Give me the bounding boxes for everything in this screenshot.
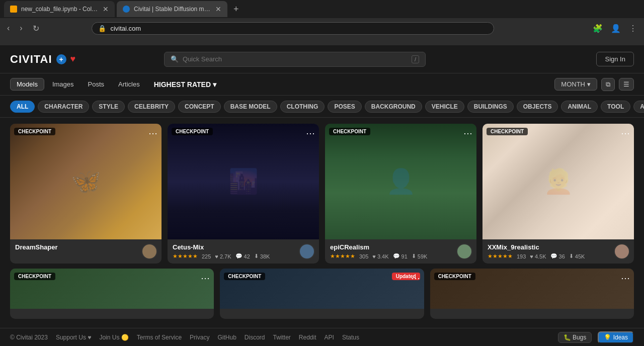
card-xxmix-avatar xyxy=(614,243,630,260)
extensions-button[interactable]: 🧩 xyxy=(590,22,606,35)
footer-terms[interactable]: Terms of Service xyxy=(137,334,182,341)
subnav-images[interactable]: Images xyxy=(46,78,80,90)
back-button[interactable]: ‹ xyxy=(4,22,13,35)
tab-1[interactable]: new_colab_file.ipynb - Collabora... ✕ xyxy=(4,1,115,17)
reload-button[interactable]: ↻ xyxy=(30,22,42,35)
card-epicrealism[interactable]: 👤 CHECKPOINT ⋯ epiCRealism ★★★★★ 305 ♥ 3… xyxy=(325,124,476,264)
bugs-button[interactable]: 🐛 Bugs xyxy=(558,332,592,343)
card-cetusmix-image: 🌆 xyxy=(168,124,319,239)
menu-button[interactable]: ⋮ xyxy=(626,22,640,35)
card-dreamshaper-footer: DreamShaper xyxy=(10,239,162,257)
logo-heart-icon[interactable]: ♥ xyxy=(70,54,76,64)
subnav-posts[interactable]: Posts xyxy=(82,78,111,90)
period-label: MONTH xyxy=(561,80,585,88)
layout-button[interactable]: ☰ xyxy=(619,78,634,91)
filter-clothing[interactable]: CLOTHING xyxy=(280,101,325,113)
footer-status[interactable]: Status xyxy=(342,334,359,341)
filter-tool[interactable]: TOOL xyxy=(601,101,630,113)
card-xxmix-menu[interactable]: ⋯ xyxy=(621,128,630,139)
filter-animal[interactable]: ANIMAL xyxy=(561,101,598,113)
card-cetusmix-downloads: ⬇ 38K xyxy=(254,253,270,260)
filter-objects[interactable]: OBJECTS xyxy=(517,101,558,113)
card-cetusmix[interactable]: 🌆 CHECKPOINT ⋯ Cetus-Mix ★★★★★ 225 ♥ 2.7… xyxy=(168,124,319,264)
footer: © Civitai 2023 Support Us ♥ Join Us 🟡 Te… xyxy=(0,328,644,346)
bottom-card-1-menu[interactable]: ⋯ xyxy=(201,273,210,284)
bottom-card-1[interactable]: CHECKPOINT ⋯ xyxy=(10,269,214,319)
search-input[interactable] xyxy=(183,55,408,63)
footer-join[interactable]: Join Us 🟡 xyxy=(99,334,128,341)
footer-twitter[interactable]: Twitter xyxy=(273,334,291,341)
filter-all[interactable]: ALL xyxy=(10,101,35,113)
card-xxmix-likes: ♥ 4.5K xyxy=(530,253,546,260)
bottom-card-3-menu[interactable]: ⋯ xyxy=(621,273,630,284)
filter-concept[interactable]: CONCEPT xyxy=(178,101,221,113)
search-bar[interactable]: 🔍 / xyxy=(164,52,426,67)
card-cetusmix-menu[interactable]: ⋯ xyxy=(306,128,315,139)
address-bar[interactable]: 🔒 civitai.com xyxy=(92,22,494,35)
card-epicrealism-image: 👤 xyxy=(325,124,476,239)
footer-discord[interactable]: Discord xyxy=(245,334,265,341)
filter-character[interactable]: CHARACTER xyxy=(38,101,89,113)
filter-base-model[interactable]: BASE MODEL xyxy=(224,101,277,113)
logo-plus-icon[interactable]: + xyxy=(56,54,66,64)
filter-action[interactable]: ACTION xyxy=(633,101,644,113)
card-cetusmix-title: Cetus-Mix xyxy=(173,243,314,251)
card-xxmix-title: XXMix_9realistic xyxy=(488,243,629,251)
sort-dropdown[interactable]: HIGHEST RATED ▾ xyxy=(154,80,216,89)
card-dreamshaper[interactable]: 🦋 CHECKPOINT ⋯ DreamShaper xyxy=(10,124,162,264)
card-dreamshaper-menu[interactable]: ⋯ xyxy=(148,128,157,139)
card-xxmix-stats: ★★★★★ 193 ♥ 4.5K 💬 36 ⬇ 45K xyxy=(488,253,629,260)
sign-in-button[interactable]: Sign In xyxy=(596,52,633,66)
card-epicrealism-rating: 305 xyxy=(359,253,368,260)
search-shortcut: / xyxy=(412,55,419,63)
filter-buildings[interactable]: BUILDINGS xyxy=(467,101,514,113)
sort-label: HIGHEST RATED xyxy=(154,80,211,89)
app: CIVITAI + ♥ 🔍 / Sign In Models Images Po… xyxy=(0,45,644,346)
card-cetusmix-avatar xyxy=(299,243,315,260)
filter-poses[interactable]: POSES xyxy=(328,101,361,113)
bottom-card-3[interactable]: CHECKPOINT ⋯ xyxy=(430,269,634,319)
bottom-card-2[interactable]: CHECKPOINT Updated ⋯ xyxy=(220,269,424,319)
new-tab-button[interactable]: + xyxy=(229,4,243,15)
tab-1-close[interactable]: ✕ xyxy=(103,5,109,13)
card-epicrealism-menu[interactable]: ⋯ xyxy=(463,128,472,139)
ideas-button[interactable]: 💡 Ideas xyxy=(598,331,634,343)
tab-2-close[interactable]: ✕ xyxy=(215,5,221,13)
card-cetusmix-badge: CHECKPOINT xyxy=(172,128,213,135)
card-epicrealism-stats: ★★★★★ 305 ♥ 3.4K 💬 91 ⬇ 59K xyxy=(330,253,471,260)
period-button[interactable]: MONTH ▾ xyxy=(554,78,597,91)
footer-api[interactable]: API xyxy=(325,334,334,341)
card-grid: 🦋 CHECKPOINT ⋯ DreamShaper 🌆 CHECKPOINT … xyxy=(10,124,634,264)
footer-reddit[interactable]: Reddit xyxy=(299,334,316,341)
sub-nav-right: MONTH ▾ ⧉ ☰ xyxy=(554,78,634,91)
tab-2[interactable]: Civitai | Stable Diffusion models... ✕ xyxy=(117,1,227,17)
card-dreamshaper-image: 🦋 xyxy=(10,124,162,239)
nav-actions: 🧩 👤 ⋮ xyxy=(590,22,640,35)
bottom-card-2-menu[interactable]: ⋯ xyxy=(411,273,420,284)
bottom-card-1-badge: CHECKPOINT xyxy=(14,273,55,280)
card-xxmix-comments: 💬 36 xyxy=(550,253,565,260)
tab-2-label: Civitai | Stable Diffusion models... xyxy=(134,6,211,13)
footer-right: 🐛 Bugs 💡 Ideas xyxy=(558,331,634,343)
card-dreamshaper-title: DreamShaper xyxy=(15,243,156,251)
bottom-card-row: CHECKPOINT ⋯ CHECKPOINT Updated ⋯ CHECKP… xyxy=(10,269,634,319)
footer-github[interactable]: GitHub xyxy=(217,334,236,341)
header-right: Sign In xyxy=(596,52,633,66)
bottom-card-2-badge: CHECKPOINT xyxy=(224,273,265,280)
tab-2-favicon xyxy=(123,6,130,13)
card-xxmix-footer: XXMix_9realistic ★★★★★ 193 ♥ 4.5K 💬 36 ⬇… xyxy=(482,239,634,264)
subnav-articles[interactable]: Articles xyxy=(112,78,146,90)
filter-button[interactable]: ⧉ xyxy=(601,78,615,91)
card-xxmix[interactable]: 👱 CHECKPOINT ⋯ XXMix_9realistic ★★★★★ 19… xyxy=(482,124,634,264)
filter-celebrity[interactable]: CELEBRITY xyxy=(128,101,175,113)
logo-text: CIVITAI xyxy=(10,53,52,66)
card-dreamshaper-avatar xyxy=(141,243,157,260)
filter-background[interactable]: BACKGROUND xyxy=(365,101,422,113)
footer-privacy[interactable]: Privacy xyxy=(190,334,209,341)
profile-button[interactable]: 👤 xyxy=(608,22,624,35)
forward-button[interactable]: › xyxy=(17,22,25,35)
filter-vehicle[interactable]: VEHICLE xyxy=(425,101,464,113)
footer-support[interactable]: Support Us ♥ xyxy=(56,334,92,341)
filter-style[interactable]: STYLE xyxy=(92,101,125,113)
subnav-models[interactable]: Models xyxy=(10,78,44,91)
